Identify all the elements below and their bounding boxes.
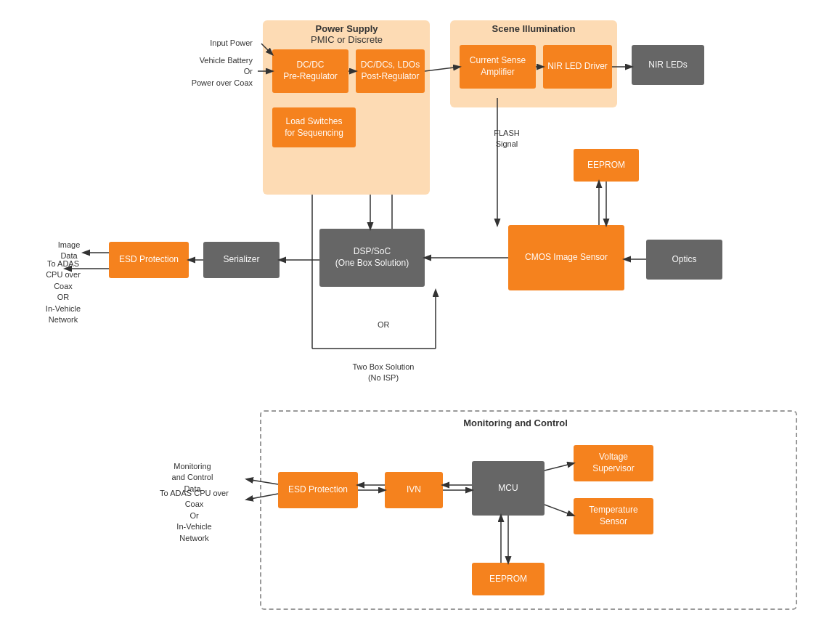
- voltage-supervisor: Voltage Supervisor: [574, 445, 653, 481]
- two-box-label: Two Box Solution (No ISP): [329, 362, 438, 384]
- or-label: OR: [378, 319, 390, 330]
- dc-dcs-post-regulator: DC/DCs, LDOs Post-Regulator: [356, 49, 425, 93]
- esd-protection-top: ESD Protection: [109, 242, 189, 278]
- eeprom-top: EEPROM: [574, 149, 639, 182]
- scene-illumination-title: Scene Illumination: [465, 23, 603, 34]
- serializer: Serializer: [203, 242, 280, 278]
- ivn: IVN: [385, 472, 443, 508]
- optics: Optics: [646, 240, 722, 280]
- nir-leds: NIR LEDs: [632, 45, 704, 85]
- input-power-label: Input Power: [166, 38, 253, 49]
- to-adas-top-label: To ADAS CPU over Coax OR In-Vehicle Netw…: [30, 258, 96, 325]
- diagram: Power SupplyPMIC or Discrete Scene Illum…: [0, 0, 840, 623]
- flash-signal-label: FLASH Signal: [485, 128, 529, 150]
- mcu: MCU: [472, 461, 545, 516]
- current-sense-amplifier: Current Sense Amplifier: [460, 45, 536, 89]
- monitoring-control-title: Monitoring and Control: [421, 418, 610, 428]
- to-adas-bottom-label: To ADAS CPU over Coax Or In-Vehicle Netw…: [142, 488, 247, 544]
- cmos-image-sensor: CMOS Image Sensor: [508, 225, 624, 290]
- nir-led-driver: NIR LED Driver: [543, 45, 612, 89]
- dsp-soc: DSP/SoC (One Box Solution): [319, 229, 425, 287]
- dc-dc-pre-regulator: DC/DC Pre-Regulator: [272, 49, 348, 93]
- power-supply-title: Power SupplyPMIC or Discrete: [283, 23, 410, 45]
- eeprom-bottom: EEPROM: [472, 563, 545, 595]
- vehicle-battery-label: Vehicle Battery Or Power over Coax: [158, 55, 253, 89]
- esd-protection-bottom: ESD Protection: [278, 472, 358, 508]
- load-switches: Load Switches for Sequencing: [272, 107, 356, 147]
- temperature-sensor: Temperature Sensor: [574, 498, 653, 534]
